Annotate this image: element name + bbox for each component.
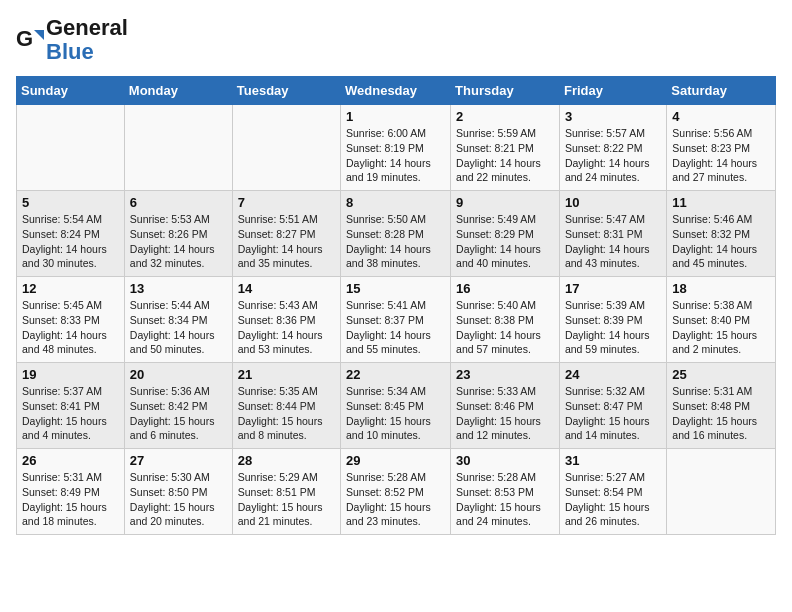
day-number: 12 [22,281,119,296]
calendar-cell: 10Sunrise: 5:47 AM Sunset: 8:31 PM Dayli… [559,191,666,277]
day-number: 20 [130,367,227,382]
calendar-week-row: 26Sunrise: 5:31 AM Sunset: 8:49 PM Dayli… [17,449,776,535]
day-number: 1 [346,109,445,124]
page-header: G General Blue [16,16,776,64]
calendar-cell: 13Sunrise: 5:44 AM Sunset: 8:34 PM Dayli… [124,277,232,363]
calendar-cell: 27Sunrise: 5:30 AM Sunset: 8:50 PM Dayli… [124,449,232,535]
logo-blue: Blue [46,39,94,64]
calendar-cell: 26Sunrise: 5:31 AM Sunset: 8:49 PM Dayli… [17,449,125,535]
calendar-header-row: SundayMondayTuesdayWednesdayThursdayFrid… [17,77,776,105]
day-number: 18 [672,281,770,296]
column-header-sunday: Sunday [17,77,125,105]
calendar-cell: 21Sunrise: 5:35 AM Sunset: 8:44 PM Dayli… [232,363,340,449]
day-number: 16 [456,281,554,296]
calendar-cell: 31Sunrise: 5:27 AM Sunset: 8:54 PM Dayli… [559,449,666,535]
day-number: 7 [238,195,335,210]
day-info: Sunrise: 5:39 AM Sunset: 8:39 PM Dayligh… [565,298,661,357]
calendar-week-row: 19Sunrise: 5:37 AM Sunset: 8:41 PM Dayli… [17,363,776,449]
calendar-cell: 2Sunrise: 5:59 AM Sunset: 8:21 PM Daylig… [451,105,560,191]
day-number: 23 [456,367,554,382]
day-number: 24 [565,367,661,382]
day-number: 22 [346,367,445,382]
day-info: Sunrise: 5:29 AM Sunset: 8:51 PM Dayligh… [238,470,335,529]
calendar-cell: 1Sunrise: 6:00 AM Sunset: 8:19 PM Daylig… [341,105,451,191]
day-number: 15 [346,281,445,296]
day-number: 21 [238,367,335,382]
day-info: Sunrise: 5:40 AM Sunset: 8:38 PM Dayligh… [456,298,554,357]
day-number: 10 [565,195,661,210]
calendar-cell [17,105,125,191]
column-header-tuesday: Tuesday [232,77,340,105]
day-info: Sunrise: 5:50 AM Sunset: 8:28 PM Dayligh… [346,212,445,271]
calendar-cell: 5Sunrise: 5:54 AM Sunset: 8:24 PM Daylig… [17,191,125,277]
day-info: Sunrise: 5:32 AM Sunset: 8:47 PM Dayligh… [565,384,661,443]
day-number: 26 [22,453,119,468]
day-info: Sunrise: 5:43 AM Sunset: 8:36 PM Dayligh… [238,298,335,357]
svg-text:G: G [16,26,33,51]
calendar-cell: 28Sunrise: 5:29 AM Sunset: 8:51 PM Dayli… [232,449,340,535]
calendar-cell: 18Sunrise: 5:38 AM Sunset: 8:40 PM Dayli… [667,277,776,363]
calendar-cell: 30Sunrise: 5:28 AM Sunset: 8:53 PM Dayli… [451,449,560,535]
column-header-monday: Monday [124,77,232,105]
day-info: Sunrise: 5:34 AM Sunset: 8:45 PM Dayligh… [346,384,445,443]
day-info: Sunrise: 5:49 AM Sunset: 8:29 PM Dayligh… [456,212,554,271]
calendar-cell: 6Sunrise: 5:53 AM Sunset: 8:26 PM Daylig… [124,191,232,277]
day-number: 28 [238,453,335,468]
day-info: Sunrise: 5:33 AM Sunset: 8:46 PM Dayligh… [456,384,554,443]
column-header-wednesday: Wednesday [341,77,451,105]
svg-marker-1 [34,30,44,40]
calendar-week-row: 1Sunrise: 6:00 AM Sunset: 8:19 PM Daylig… [17,105,776,191]
calendar-cell [232,105,340,191]
calendar-cell: 8Sunrise: 5:50 AM Sunset: 8:28 PM Daylig… [341,191,451,277]
logo: G General Blue [16,16,128,64]
logo-text: General Blue [46,16,128,64]
day-info: Sunrise: 5:53 AM Sunset: 8:26 PM Dayligh… [130,212,227,271]
day-number: 11 [672,195,770,210]
calendar-cell: 11Sunrise: 5:46 AM Sunset: 8:32 PM Dayli… [667,191,776,277]
calendar-cell: 14Sunrise: 5:43 AM Sunset: 8:36 PM Dayli… [232,277,340,363]
day-number: 19 [22,367,119,382]
calendar-cell [124,105,232,191]
day-info: Sunrise: 5:28 AM Sunset: 8:53 PM Dayligh… [456,470,554,529]
day-number: 5 [22,195,119,210]
calendar-week-row: 12Sunrise: 5:45 AM Sunset: 8:33 PM Dayli… [17,277,776,363]
calendar-cell: 3Sunrise: 5:57 AM Sunset: 8:22 PM Daylig… [559,105,666,191]
day-info: Sunrise: 5:44 AM Sunset: 8:34 PM Dayligh… [130,298,227,357]
day-info: Sunrise: 5:45 AM Sunset: 8:33 PM Dayligh… [22,298,119,357]
day-number: 14 [238,281,335,296]
day-info: Sunrise: 5:37 AM Sunset: 8:41 PM Dayligh… [22,384,119,443]
calendar-cell: 12Sunrise: 5:45 AM Sunset: 8:33 PM Dayli… [17,277,125,363]
day-info: Sunrise: 5:47 AM Sunset: 8:31 PM Dayligh… [565,212,661,271]
day-info: Sunrise: 5:57 AM Sunset: 8:22 PM Dayligh… [565,126,661,185]
day-number: 31 [565,453,661,468]
day-info: Sunrise: 5:41 AM Sunset: 8:37 PM Dayligh… [346,298,445,357]
day-info: Sunrise: 6:00 AM Sunset: 8:19 PM Dayligh… [346,126,445,185]
day-number: 9 [456,195,554,210]
day-info: Sunrise: 5:38 AM Sunset: 8:40 PM Dayligh… [672,298,770,357]
day-info: Sunrise: 5:36 AM Sunset: 8:42 PM Dayligh… [130,384,227,443]
day-number: 17 [565,281,661,296]
calendar-cell [667,449,776,535]
day-info: Sunrise: 5:59 AM Sunset: 8:21 PM Dayligh… [456,126,554,185]
day-number: 30 [456,453,554,468]
calendar-cell: 20Sunrise: 5:36 AM Sunset: 8:42 PM Dayli… [124,363,232,449]
column-header-friday: Friday [559,77,666,105]
day-info: Sunrise: 5:51 AM Sunset: 8:27 PM Dayligh… [238,212,335,271]
day-info: Sunrise: 5:31 AM Sunset: 8:49 PM Dayligh… [22,470,119,529]
day-info: Sunrise: 5:30 AM Sunset: 8:50 PM Dayligh… [130,470,227,529]
calendar-cell: 17Sunrise: 5:39 AM Sunset: 8:39 PM Dayli… [559,277,666,363]
calendar-cell: 29Sunrise: 5:28 AM Sunset: 8:52 PM Dayli… [341,449,451,535]
column-header-thursday: Thursday [451,77,560,105]
day-number: 6 [130,195,227,210]
day-number: 27 [130,453,227,468]
logo-general: General [46,15,128,40]
calendar-cell: 22Sunrise: 5:34 AM Sunset: 8:45 PM Dayli… [341,363,451,449]
day-info: Sunrise: 5:31 AM Sunset: 8:48 PM Dayligh… [672,384,770,443]
calendar-cell: 25Sunrise: 5:31 AM Sunset: 8:48 PM Dayli… [667,363,776,449]
logo-icon: G [16,26,44,54]
day-number: 2 [456,109,554,124]
calendar-cell: 16Sunrise: 5:40 AM Sunset: 8:38 PM Dayli… [451,277,560,363]
day-info: Sunrise: 5:27 AM Sunset: 8:54 PM Dayligh… [565,470,661,529]
day-info: Sunrise: 5:46 AM Sunset: 8:32 PM Dayligh… [672,212,770,271]
day-info: Sunrise: 5:54 AM Sunset: 8:24 PM Dayligh… [22,212,119,271]
